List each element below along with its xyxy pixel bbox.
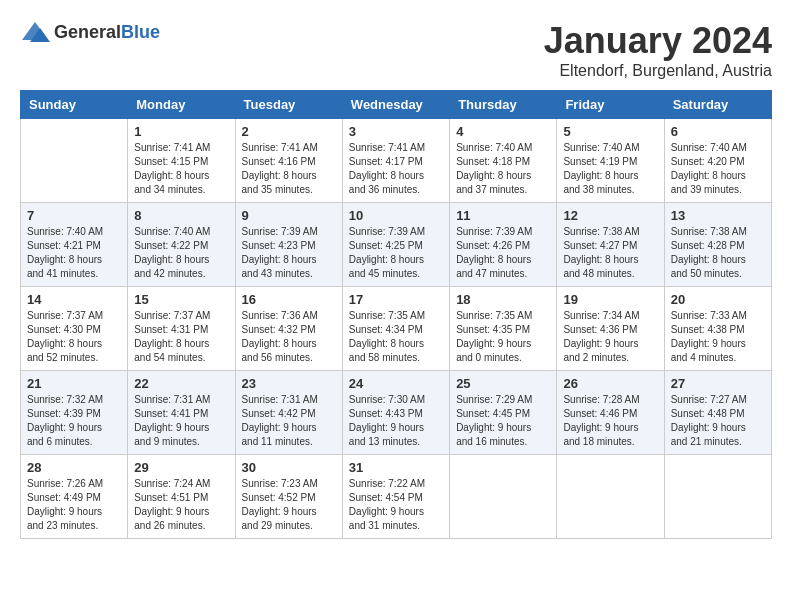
day-number: 21: [27, 376, 121, 391]
calendar-cell: [557, 455, 664, 539]
calendar-cell: 25Sunrise: 7:29 AM Sunset: 4:45 PM Dayli…: [450, 371, 557, 455]
calendar-cell: 6Sunrise: 7:40 AM Sunset: 4:20 PM Daylig…: [664, 119, 771, 203]
day-number: 9: [242, 208, 336, 223]
day-info: Sunrise: 7:28 AM Sunset: 4:46 PM Dayligh…: [563, 393, 657, 449]
day-info: Sunrise: 7:40 AM Sunset: 4:22 PM Dayligh…: [134, 225, 228, 281]
day-number: 26: [563, 376, 657, 391]
calendar-cell: 26Sunrise: 7:28 AM Sunset: 4:46 PM Dayli…: [557, 371, 664, 455]
day-info: Sunrise: 7:39 AM Sunset: 4:25 PM Dayligh…: [349, 225, 443, 281]
calendar-cell: 28Sunrise: 7:26 AM Sunset: 4:49 PM Dayli…: [21, 455, 128, 539]
day-info: Sunrise: 7:40 AM Sunset: 4:20 PM Dayligh…: [671, 141, 765, 197]
calendar-cell: 10Sunrise: 7:39 AM Sunset: 4:25 PM Dayli…: [342, 203, 449, 287]
day-number: 22: [134, 376, 228, 391]
day-info: Sunrise: 7:40 AM Sunset: 4:18 PM Dayligh…: [456, 141, 550, 197]
calendar-body: 1Sunrise: 7:41 AM Sunset: 4:15 PM Daylig…: [21, 119, 772, 539]
day-number: 31: [349, 460, 443, 475]
calendar-cell: 8Sunrise: 7:40 AM Sunset: 4:22 PM Daylig…: [128, 203, 235, 287]
day-info: Sunrise: 7:23 AM Sunset: 4:52 PM Dayligh…: [242, 477, 336, 533]
week-row-2: 14Sunrise: 7:37 AM Sunset: 4:30 PM Dayli…: [21, 287, 772, 371]
calendar-cell: 19Sunrise: 7:34 AM Sunset: 4:36 PM Dayli…: [557, 287, 664, 371]
header-day-thursday: Thursday: [450, 91, 557, 119]
day-number: 23: [242, 376, 336, 391]
calendar-cell: [21, 119, 128, 203]
day-number: 13: [671, 208, 765, 223]
day-info: Sunrise: 7:38 AM Sunset: 4:28 PM Dayligh…: [671, 225, 765, 281]
day-number: 7: [27, 208, 121, 223]
day-info: Sunrise: 7:31 AM Sunset: 4:41 PM Dayligh…: [134, 393, 228, 449]
calendar-cell: 11Sunrise: 7:39 AM Sunset: 4:26 PM Dayli…: [450, 203, 557, 287]
calendar-cell: 17Sunrise: 7:35 AM Sunset: 4:34 PM Dayli…: [342, 287, 449, 371]
day-info: Sunrise: 7:30 AM Sunset: 4:43 PM Dayligh…: [349, 393, 443, 449]
day-info: Sunrise: 7:39 AM Sunset: 4:26 PM Dayligh…: [456, 225, 550, 281]
day-number: 29: [134, 460, 228, 475]
day-info: Sunrise: 7:41 AM Sunset: 4:15 PM Dayligh…: [134, 141, 228, 197]
calendar-header-row: SundayMondayTuesdayWednesdayThursdayFrid…: [21, 91, 772, 119]
day-info: Sunrise: 7:39 AM Sunset: 4:23 PM Dayligh…: [242, 225, 336, 281]
calendar-cell: 12Sunrise: 7:38 AM Sunset: 4:27 PM Dayli…: [557, 203, 664, 287]
header-day-wednesday: Wednesday: [342, 91, 449, 119]
calendar-cell: 3Sunrise: 7:41 AM Sunset: 4:17 PM Daylig…: [342, 119, 449, 203]
day-number: 17: [349, 292, 443, 307]
day-info: Sunrise: 7:33 AM Sunset: 4:38 PM Dayligh…: [671, 309, 765, 365]
day-info: Sunrise: 7:22 AM Sunset: 4:54 PM Dayligh…: [349, 477, 443, 533]
day-number: 25: [456, 376, 550, 391]
calendar-cell: 21Sunrise: 7:32 AM Sunset: 4:39 PM Dayli…: [21, 371, 128, 455]
header: GeneralBlue January 2024 Eltendorf, Burg…: [20, 20, 772, 80]
title-section: January 2024 Eltendorf, Burgenland, Aust…: [544, 20, 772, 80]
header-day-sunday: Sunday: [21, 91, 128, 119]
calendar-cell: 27Sunrise: 7:27 AM Sunset: 4:48 PM Dayli…: [664, 371, 771, 455]
day-number: 8: [134, 208, 228, 223]
header-day-tuesday: Tuesday: [235, 91, 342, 119]
day-number: 2: [242, 124, 336, 139]
month-title: January 2024: [544, 20, 772, 62]
day-info: Sunrise: 7:41 AM Sunset: 4:17 PM Dayligh…: [349, 141, 443, 197]
day-number: 30: [242, 460, 336, 475]
day-number: 1: [134, 124, 228, 139]
day-number: 6: [671, 124, 765, 139]
day-info: Sunrise: 7:27 AM Sunset: 4:48 PM Dayligh…: [671, 393, 765, 449]
week-row-1: 7Sunrise: 7:40 AM Sunset: 4:21 PM Daylig…: [21, 203, 772, 287]
calendar-cell: 22Sunrise: 7:31 AM Sunset: 4:41 PM Dayli…: [128, 371, 235, 455]
day-info: Sunrise: 7:37 AM Sunset: 4:31 PM Dayligh…: [134, 309, 228, 365]
header-day-monday: Monday: [128, 91, 235, 119]
day-info: Sunrise: 7:41 AM Sunset: 4:16 PM Dayligh…: [242, 141, 336, 197]
calendar-cell: 9Sunrise: 7:39 AM Sunset: 4:23 PM Daylig…: [235, 203, 342, 287]
calendar-cell: 16Sunrise: 7:36 AM Sunset: 4:32 PM Dayli…: [235, 287, 342, 371]
location-title: Eltendorf, Burgenland, Austria: [544, 62, 772, 80]
logo-general: General: [54, 22, 121, 42]
calendar-cell: [664, 455, 771, 539]
header-day-saturday: Saturday: [664, 91, 771, 119]
day-info: Sunrise: 7:26 AM Sunset: 4:49 PM Dayligh…: [27, 477, 121, 533]
logo-icon: [20, 20, 50, 44]
day-number: 19: [563, 292, 657, 307]
day-info: Sunrise: 7:37 AM Sunset: 4:30 PM Dayligh…: [27, 309, 121, 365]
day-number: 12: [563, 208, 657, 223]
day-number: 15: [134, 292, 228, 307]
calendar-cell: 7Sunrise: 7:40 AM Sunset: 4:21 PM Daylig…: [21, 203, 128, 287]
day-number: 20: [671, 292, 765, 307]
week-row-4: 28Sunrise: 7:26 AM Sunset: 4:49 PM Dayli…: [21, 455, 772, 539]
day-info: Sunrise: 7:32 AM Sunset: 4:39 PM Dayligh…: [27, 393, 121, 449]
day-info: Sunrise: 7:34 AM Sunset: 4:36 PM Dayligh…: [563, 309, 657, 365]
day-info: Sunrise: 7:40 AM Sunset: 4:21 PM Dayligh…: [27, 225, 121, 281]
day-number: 18: [456, 292, 550, 307]
week-row-0: 1Sunrise: 7:41 AM Sunset: 4:15 PM Daylig…: [21, 119, 772, 203]
day-info: Sunrise: 7:40 AM Sunset: 4:19 PM Dayligh…: [563, 141, 657, 197]
calendar-cell: 29Sunrise: 7:24 AM Sunset: 4:51 PM Dayli…: [128, 455, 235, 539]
calendar-cell: 15Sunrise: 7:37 AM Sunset: 4:31 PM Dayli…: [128, 287, 235, 371]
day-number: 24: [349, 376, 443, 391]
day-number: 14: [27, 292, 121, 307]
calendar-cell: 1Sunrise: 7:41 AM Sunset: 4:15 PM Daylig…: [128, 119, 235, 203]
day-number: 4: [456, 124, 550, 139]
day-number: 16: [242, 292, 336, 307]
day-info: Sunrise: 7:29 AM Sunset: 4:45 PM Dayligh…: [456, 393, 550, 449]
calendar-cell: 31Sunrise: 7:22 AM Sunset: 4:54 PM Dayli…: [342, 455, 449, 539]
header-day-friday: Friday: [557, 91, 664, 119]
calendar-cell: 4Sunrise: 7:40 AM Sunset: 4:18 PM Daylig…: [450, 119, 557, 203]
calendar-cell: 14Sunrise: 7:37 AM Sunset: 4:30 PM Dayli…: [21, 287, 128, 371]
calendar-cell: 24Sunrise: 7:30 AM Sunset: 4:43 PM Dayli…: [342, 371, 449, 455]
calendar-cell: 23Sunrise: 7:31 AM Sunset: 4:42 PM Dayli…: [235, 371, 342, 455]
week-row-3: 21Sunrise: 7:32 AM Sunset: 4:39 PM Dayli…: [21, 371, 772, 455]
day-info: Sunrise: 7:24 AM Sunset: 4:51 PM Dayligh…: [134, 477, 228, 533]
logo: GeneralBlue: [20, 20, 160, 44]
